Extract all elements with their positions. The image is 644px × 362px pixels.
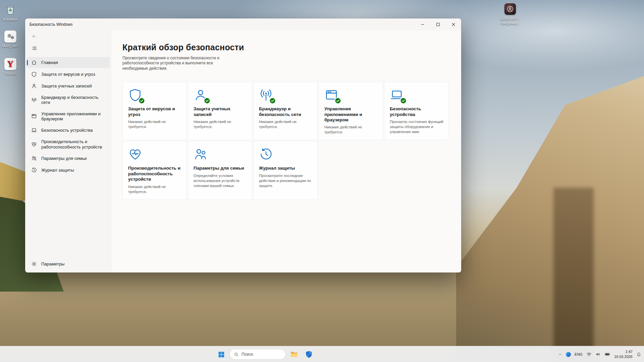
recycle-bin-icon xyxy=(4,3,17,16)
card-account-protection[interactable]: Защита учетных записей Никаких действий … xyxy=(188,82,252,140)
app-window-icon xyxy=(324,88,339,103)
system-tray: ENG 1:47 19.03.2026 xyxy=(558,346,641,362)
sidebar-item-home[interactable]: Главная xyxy=(27,57,110,68)
laptop-icon xyxy=(390,88,405,103)
maximize-button[interactable] xyxy=(430,18,446,31)
battery-icon xyxy=(604,352,610,357)
shield-icon xyxy=(128,88,143,103)
history-clock-icon xyxy=(31,167,37,173)
family-icon xyxy=(31,156,37,161)
sidebar-item-device-health[interactable]: Производительность и работоспособность у… xyxy=(27,136,110,152)
gears-icon xyxy=(4,30,17,43)
person-icon xyxy=(31,83,37,89)
sidebar-nav: Главная Защита от вирусов и угроз Защита… xyxy=(25,57,112,176)
network-icon xyxy=(259,88,274,103)
language-indicator[interactable]: ENG xyxy=(575,352,583,356)
time-label: 1:47 xyxy=(614,349,633,354)
start-button[interactable] xyxy=(215,348,227,361)
windows-security-taskbar-button[interactable] xyxy=(303,348,315,361)
volume-button[interactable] xyxy=(595,352,601,357)
windows-logo-icon xyxy=(218,351,224,358)
cards-row-1: Защита от вирусов и угроз Никаких действ… xyxy=(122,82,461,140)
gear-icon xyxy=(31,261,37,267)
person-circle-icon xyxy=(504,3,517,15)
menu-icon[interactable] xyxy=(32,46,37,52)
sidebar-item-family-options[interactable]: Параметры для семьи xyxy=(27,153,110,164)
tray-app-icon[interactable] xyxy=(566,352,571,357)
back-button[interactable] xyxy=(32,34,37,40)
date-label: 19.03.2026 xyxy=(614,354,633,359)
folder-icon xyxy=(290,350,298,358)
ok-check-icon xyxy=(204,98,210,104)
chevron-up-icon xyxy=(558,352,562,357)
taskbar-search[interactable] xyxy=(229,349,286,360)
ok-check-icon xyxy=(400,98,406,104)
card-protection-history[interactable]: Журнал защиты Просмотрите последние дейс… xyxy=(253,141,318,199)
card-app-browser-control[interactable]: Управление приложениями и браузером Ника… xyxy=(319,82,383,140)
card-family-options[interactable]: Параметры для семьи Определяйте условия … xyxy=(188,141,252,199)
file-explorer-button[interactable] xyxy=(288,348,301,361)
window-title: Безопасность Windows xyxy=(25,22,73,27)
bell-icon xyxy=(636,352,641,357)
card-device-health[interactable]: Производительность и работоспособность у… xyxy=(122,141,187,199)
ok-check-icon xyxy=(270,98,275,104)
family-icon xyxy=(194,147,208,163)
sidebar-item-settings[interactable]: Параметры xyxy=(27,258,110,269)
wifi-icon xyxy=(586,352,592,357)
cliff-scenery xyxy=(456,0,644,362)
card-device-security[interactable]: Безопасность устройства Просмотр состоян… xyxy=(384,82,448,140)
taskbar: ENG 1:47 19.03.2026 xyxy=(0,346,644,362)
ok-check-icon xyxy=(335,98,341,104)
sidebar-item-account-protection[interactable]: Защита учетных записей xyxy=(27,80,110,92)
security-shield-icon xyxy=(305,350,313,358)
laptop-icon xyxy=(31,127,37,133)
minimize-button[interactable] xyxy=(415,18,430,31)
titlebar[interactable]: Безопасность Windows xyxy=(25,18,461,31)
person-icon xyxy=(194,88,208,103)
cliff-shadow xyxy=(553,188,594,362)
card-firewall[interactable]: Брандмауэр и безопасность сети Никаких д… xyxy=(253,82,318,140)
tray-overflow-button[interactable] xyxy=(558,352,562,357)
wifi-button[interactable] xyxy=(586,352,592,357)
home-icon xyxy=(31,60,37,65)
card-virus-protection[interactable]: Защита от вирусов и угроз Никаких действ… xyxy=(122,82,187,140)
sidebar-item-virus-protection[interactable]: Защита от вирусов и угроз xyxy=(27,69,110,80)
battery-button[interactable] xyxy=(604,352,610,357)
ok-check-icon xyxy=(139,98,145,104)
shield-icon xyxy=(31,71,37,77)
sidebar-item-app-browser-control[interactable]: Управление приложениями и браузером xyxy=(27,109,110,124)
search-icon xyxy=(234,352,239,357)
app-window-icon xyxy=(31,113,37,119)
sidebar-item-device-security[interactable]: Безопасность устройства xyxy=(27,125,110,136)
desktop-icon-mas-aio[interactable]: MAS_AIO xyxy=(0,30,23,49)
windows-security-window: Безопасность Windows Главная xyxy=(25,18,461,273)
desktop-background: Корзина MAS_AIO Y Yandex xyxy=(0,0,644,362)
heart-pulse-icon xyxy=(128,147,143,163)
network-icon xyxy=(31,97,37,103)
search-input[interactable] xyxy=(241,352,279,357)
desktop-icon-additional-info[interactable]: Дополнит... сведения... xyxy=(497,3,523,26)
notification-button[interactable] xyxy=(636,352,641,357)
main-content: Краткий обзор безопасности Просмотрите с… xyxy=(112,31,461,273)
desktop-icon-recycle-bin[interactable]: Корзина xyxy=(0,3,23,22)
sidebar: Главная Защита от вирусов и угроз Защита… xyxy=(25,31,112,273)
sidebar-item-protection-history[interactable]: Журнал защиты xyxy=(27,165,110,176)
yandex-icon: Y xyxy=(4,58,17,70)
cards-row-2: Производительность и работоспособность у… xyxy=(122,141,461,199)
desktop-icon-yandex[interactable]: Y Yandex xyxy=(0,58,23,76)
volume-icon xyxy=(595,352,601,357)
history-clock-icon xyxy=(259,147,274,163)
sidebar-item-firewall[interactable]: Брандмауэр и безопасность сети xyxy=(27,92,110,108)
page-title: Краткий обзор безопасности xyxy=(122,43,461,52)
page-subtitle: Просмотрите сведения о состоянии безопас… xyxy=(122,56,228,71)
close-button[interactable] xyxy=(446,18,461,31)
heart-pulse-icon xyxy=(31,141,37,147)
clock[interactable]: 1:47 19.03.2026 xyxy=(614,349,633,359)
